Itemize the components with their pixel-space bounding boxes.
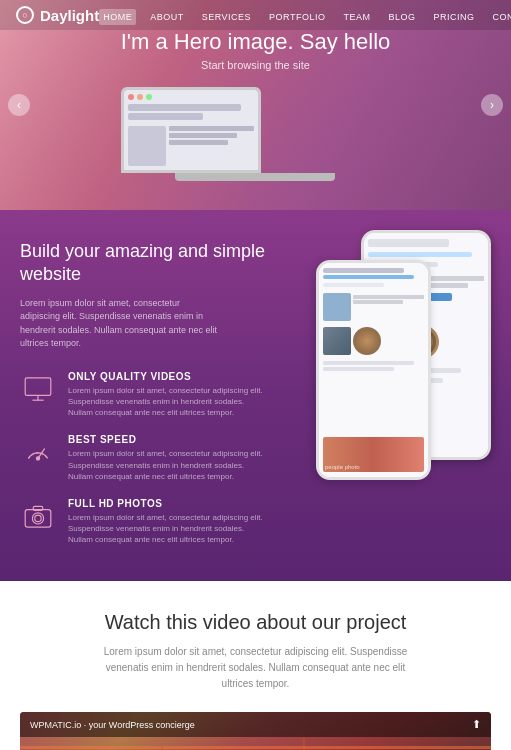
nav-item-blog[interactable]: BLOG: [384, 6, 419, 24]
video-section-title: Watch this video about our project: [20, 611, 491, 634]
nav-item-pricing[interactable]: PRICING: [429, 6, 478, 24]
svg-point-6: [32, 513, 43, 524]
navbar: ○ Daylight HOME ABOUT SERVICES PORTFOLIO…: [0, 0, 511, 30]
feature-item-photos: FULL HD PHOTOS Lorem ipsum dolor sit ame…: [20, 498, 271, 546]
feature-photos-name: FULL HD PHOTOS: [68, 498, 271, 509]
video-thumbnail[interactable]: WPMATIC.io · your WordPress concierge ⬆: [20, 712, 491, 750]
feature-speed-name: BEST SPEED: [68, 434, 271, 445]
nav-item-portfolio[interactable]: PORTFOLIO: [265, 6, 329, 24]
video-section: Watch this video about our project Lorem…: [0, 581, 511, 750]
feature-photos-detail: Lorem ipsum dolor sit amet, consectetur …: [68, 512, 271, 546]
site-logo[interactable]: ○ Daylight: [16, 6, 99, 24]
hero-next-button[interactable]: ›: [481, 94, 503, 116]
features-section: Build your amazing and simple website Lo…: [0, 210, 511, 581]
speedometer-icon: [20, 434, 56, 470]
logo-text: Daylight: [40, 7, 99, 24]
nav-links: HOME ABOUT SERVICES PORTFOLIO TEAM BLOG …: [99, 6, 511, 24]
nav-item-services[interactable]: SERVICES: [198, 6, 255, 24]
feature-item-speed: BEST SPEED Lorem ipsum dolor sit amet, c…: [20, 434, 271, 482]
nav-item-home[interactable]: HOME: [99, 6, 136, 24]
phone-front-mockup: people photo: [316, 260, 431, 480]
hero-title: I'm a Hero image. Say hello: [121, 29, 391, 55]
feature-item-videos: ONLY QUALITY VIDEOS Lorem ipsum dolor si…: [20, 371, 271, 419]
video-section-description: Lorem ipsum dolor sit amet, consectetur …: [96, 644, 416, 692]
feature-videos-detail: Lorem ipsum dolor sit amet, consectetur …: [68, 385, 271, 419]
features-content: Build your amazing and simple website Lo…: [20, 240, 271, 561]
hero-prev-button[interactable]: ‹: [8, 94, 30, 116]
nav-item-about[interactable]: ABOUT: [146, 6, 188, 24]
nav-item-team[interactable]: TEAM: [339, 6, 374, 24]
hero-section: I'm a Hero image. Say hello Start browsi…: [0, 0, 511, 210]
feature-videos-name: ONLY QUALITY VIDEOS: [68, 371, 271, 382]
monitor-icon: [20, 371, 56, 407]
phone-mockups: people photo: [271, 240, 491, 561]
hero-laptop-mockup: [121, 87, 391, 181]
hero-subtitle: Start browsing the site: [121, 59, 391, 71]
features-description: Lorem ipsum dolor sit amet, consectetur …: [20, 297, 220, 351]
svg-point-7: [35, 515, 41, 521]
feature-speed-detail: Lorem ipsum dolor sit amet, consectetur …: [68, 448, 271, 482]
svg-point-4: [36, 457, 39, 460]
nav-item-contact[interactable]: CONTACT: [488, 6, 511, 24]
camera-icon: [20, 498, 56, 534]
features-title: Build your amazing and simple website: [20, 240, 271, 287]
logo-icon: ○: [16, 6, 34, 24]
svg-rect-0: [25, 378, 51, 396]
